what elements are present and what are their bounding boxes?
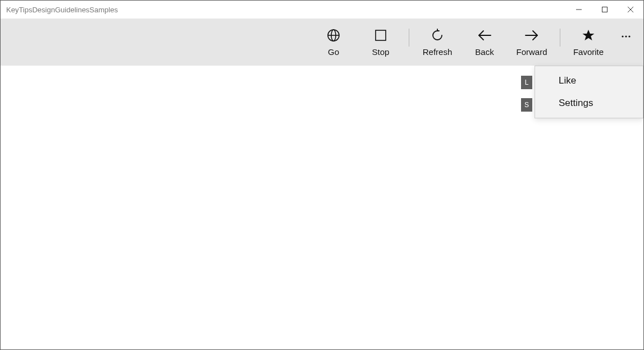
window-title: KeyTipsDesignGuidelinesSamples xyxy=(6,6,566,14)
go-label: Go xyxy=(328,47,339,57)
flyout-item-like[interactable]: Like xyxy=(535,70,643,92)
forward-button[interactable]: Forward xyxy=(508,19,555,66)
favorite-button[interactable]: Favorite xyxy=(565,19,612,66)
svg-rect-1 xyxy=(602,7,608,12)
stop-button[interactable]: Stop xyxy=(357,19,404,66)
minimize-icon xyxy=(576,6,582,13)
refresh-label: Refresh xyxy=(423,47,453,57)
more-button[interactable] xyxy=(612,19,640,66)
close-button[interactable] xyxy=(618,1,643,19)
go-button[interactable]: Go xyxy=(310,19,357,66)
stop-icon xyxy=(374,28,387,43)
globe-icon xyxy=(327,28,340,43)
svg-point-11 xyxy=(622,35,623,37)
more-flyout: Like Settings xyxy=(535,66,643,118)
window-controls xyxy=(566,1,643,19)
close-icon xyxy=(627,6,634,13)
title-bar: KeyTipsDesignGuidelinesSamples xyxy=(1,1,643,19)
refresh-button[interactable]: Refresh xyxy=(414,19,461,66)
back-arrow-icon xyxy=(477,28,492,43)
flyout-item-label: Settings xyxy=(559,98,593,109)
separator xyxy=(409,29,409,47)
back-button[interactable]: Back xyxy=(461,19,508,66)
favorite-label: Favorite xyxy=(573,47,604,57)
svg-point-13 xyxy=(628,35,630,37)
flyout-item-label: Like xyxy=(559,75,576,86)
keytip-settings: S xyxy=(521,98,532,112)
ellipsis-icon xyxy=(620,31,632,42)
command-bar: Go Stop Refresh Back xyxy=(1,19,643,66)
refresh-icon xyxy=(431,28,444,43)
stop-label: Stop xyxy=(372,47,390,57)
svg-point-12 xyxy=(625,35,627,37)
flyout-item-settings[interactable]: Settings xyxy=(535,92,643,114)
minimize-button[interactable] xyxy=(566,1,592,19)
star-icon xyxy=(582,28,595,43)
forward-arrow-icon xyxy=(524,28,539,43)
forward-label: Forward xyxy=(516,47,547,57)
keytip-like: L xyxy=(521,76,532,89)
svg-marker-10 xyxy=(583,30,595,40)
back-label: Back xyxy=(475,47,494,57)
separator xyxy=(560,29,560,47)
maximize-icon xyxy=(601,6,608,13)
svg-rect-7 xyxy=(376,30,386,40)
maximize-button[interactable] xyxy=(592,1,618,19)
